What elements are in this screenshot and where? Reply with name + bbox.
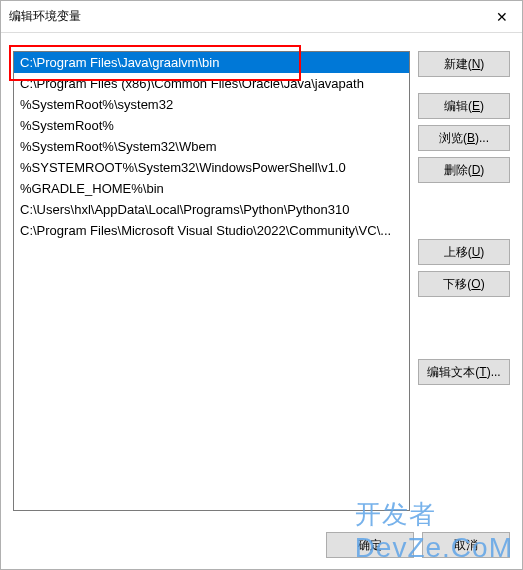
list-item[interactable]: %GRADLE_HOME%\bin bbox=[14, 178, 409, 199]
list-item[interactable]: C:\Program Files\Microsoft Visual Studio… bbox=[14, 220, 409, 241]
cancel-button[interactable]: 取消 bbox=[422, 532, 510, 558]
window-title: 编辑环境变量 bbox=[9, 8, 482, 25]
titlebar: 编辑环境变量 ✕ bbox=[1, 1, 522, 33]
list-item[interactable]: %SystemRoot% bbox=[14, 115, 409, 136]
list-item[interactable]: C:\Users\hxl\AppData\Local\Programs\Pyth… bbox=[14, 199, 409, 220]
delete-button[interactable]: 删除(D) bbox=[418, 157, 510, 183]
list-item[interactable]: %SYSTEMROOT%\System32\WindowsPowerShell\… bbox=[14, 157, 409, 178]
dialog-footer: 确定 取消 bbox=[1, 521, 522, 569]
list-item[interactable]: C:\Program Files (x86)\Common Files\Orac… bbox=[14, 73, 409, 94]
edit-text-button[interactable]: 编辑文本(T)... bbox=[418, 359, 510, 385]
list-item[interactable]: %SystemRoot%\System32\Wbem bbox=[14, 136, 409, 157]
path-listbox[interactable]: C:\Program Files\Java\graalvm\bin C:\Pro… bbox=[13, 51, 410, 511]
list-item[interactable]: %SystemRoot%\system32 bbox=[14, 94, 409, 115]
edit-env-var-dialog: 编辑环境变量 ✕ C:\Program Files\Java\graalvm\b… bbox=[0, 0, 523, 570]
new-button[interactable]: 新建(N) bbox=[418, 51, 510, 77]
browse-button[interactable]: 浏览(B)... bbox=[418, 125, 510, 151]
close-button[interactable]: ✕ bbox=[482, 1, 522, 33]
close-icon: ✕ bbox=[496, 9, 508, 25]
list-item[interactable]: C:\Program Files\Java\graalvm\bin bbox=[14, 52, 409, 73]
move-up-button[interactable]: 上移(U) bbox=[418, 239, 510, 265]
move-down-button[interactable]: 下移(O) bbox=[418, 271, 510, 297]
button-column: 新建(N) 编辑(E) 浏览(B)... 删除(D) 上移(U) 下移(O) 编… bbox=[418, 51, 510, 511]
ok-button[interactable]: 确定 bbox=[326, 532, 414, 558]
dialog-body: C:\Program Files\Java\graalvm\bin C:\Pro… bbox=[1, 33, 522, 521]
listbox-wrap: C:\Program Files\Java\graalvm\bin C:\Pro… bbox=[13, 51, 410, 511]
edit-button[interactable]: 编辑(E) bbox=[418, 93, 510, 119]
